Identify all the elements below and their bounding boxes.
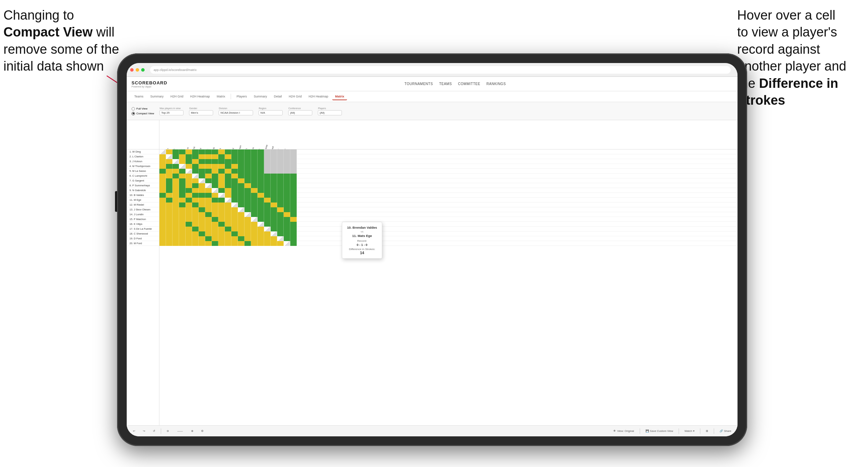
players-select[interactable]: (All) (318, 110, 342, 115)
matrix-cell[interactable] (192, 231, 199, 236)
matrix-cell[interactable] (258, 159, 264, 164)
matrix-cell[interactable] (277, 154, 284, 159)
matrix-cell[interactable] (271, 193, 277, 198)
matrix-cell[interactable] (172, 164, 179, 169)
matrix-cell[interactable] (212, 212, 218, 217)
matrix-cell[interactable] (199, 193, 205, 198)
matrix-cell[interactable] (264, 212, 271, 217)
matrix-cell[interactable] (238, 183, 244, 188)
sub-nav-summary2[interactable]: Summary (251, 93, 270, 100)
view-original-button[interactable]: 👁View: Original (611, 428, 636, 434)
matrix-cell[interactable] (251, 203, 258, 207)
zoom-in-button[interactable]: ⊕ (189, 428, 196, 434)
matrix-cell[interactable] (264, 203, 271, 207)
matrix-cell[interactable] (258, 231, 264, 236)
matrix-cell[interactable] (258, 217, 264, 222)
matrix-cell[interactable] (271, 198, 277, 203)
matrix-cell[interactable] (218, 227, 225, 231)
matrix-cell[interactable] (277, 178, 284, 183)
matrix-cell[interactable] (271, 159, 277, 164)
matrix-cell[interactable] (218, 203, 225, 207)
matrix-cell[interactable] (212, 164, 218, 169)
matrix-cell[interactable] (258, 169, 264, 174)
matrix-cell[interactable] (284, 178, 290, 183)
matrix-cell[interactable] (166, 231, 172, 236)
matrix-cell[interactable] (199, 203, 205, 207)
matrix-cell[interactable] (186, 212, 192, 217)
matrix-cell[interactable] (159, 174, 166, 178)
matrix-cell[interactable] (264, 227, 271, 231)
sub-nav-detail[interactable]: Detail (271, 93, 285, 100)
matrix-cell[interactable] (290, 169, 297, 174)
matrix-cell[interactable] (192, 207, 199, 212)
matrix-cell[interactable] (277, 207, 284, 212)
matrix-cell[interactable] (179, 227, 186, 231)
matrix-cell[interactable] (199, 222, 205, 227)
matrix-cell[interactable] (166, 241, 172, 246)
matrix-cell[interactable] (179, 231, 186, 236)
matrix-cell[interactable] (205, 227, 212, 231)
matrix-cell[interactable] (264, 207, 271, 212)
matrix-cell[interactable] (172, 207, 179, 212)
matrix-cell[interactable] (251, 207, 258, 212)
matrix-cell[interactable] (271, 149, 277, 154)
matrix-cell[interactable] (238, 227, 244, 231)
matrix-cell[interactable] (290, 178, 297, 183)
matrix-cell[interactable] (277, 241, 284, 246)
matrix-cell[interactable] (205, 174, 212, 178)
matrix-cell[interactable] (199, 227, 205, 231)
matrix-cell[interactable] (271, 227, 277, 231)
watch-button[interactable]: Watch ▾ (682, 428, 697, 434)
matrix-cell[interactable] (179, 154, 186, 159)
matrix-cell[interactable] (284, 169, 290, 174)
matrix-cell[interactable] (284, 198, 290, 203)
matrix-cell[interactable] (186, 154, 192, 159)
matrix-cell[interactable] (218, 236, 225, 241)
matrix-cell[interactable] (238, 212, 244, 217)
matrix-cell[interactable] (179, 236, 186, 241)
matrix-cell[interactable] (258, 193, 264, 198)
matrix-cell[interactable] (258, 178, 264, 183)
matrix-cell[interactable] (271, 222, 277, 227)
matrix-cell[interactable] (231, 207, 238, 212)
matrix-cell[interactable] (186, 217, 192, 222)
matrix-cell[interactable] (225, 149, 231, 154)
matrix-cell[interactable] (212, 227, 218, 231)
matrix-cell[interactable] (277, 236, 284, 241)
matrix-cell[interactable] (290, 217, 297, 222)
redo-button[interactable]: ↪ (141, 428, 147, 434)
matrix-cell[interactable] (199, 159, 205, 164)
matrix-cell[interactable] (238, 174, 244, 178)
matrix-cell[interactable] (258, 236, 264, 241)
matrix-cell[interactable] (231, 178, 238, 183)
matrix-cell[interactable] (277, 188, 284, 193)
matrix-cell[interactable] (172, 169, 179, 174)
matrix-cell[interactable] (205, 241, 212, 246)
matrix-cell[interactable] (199, 169, 205, 174)
full-view-option[interactable]: Full View (132, 107, 154, 111)
nav-committee[interactable]: COMMITTEE (458, 81, 480, 87)
matrix-cell[interactable] (199, 198, 205, 203)
matrix-cell[interactable] (212, 198, 218, 203)
matrix-cell[interactable] (284, 154, 290, 159)
matrix-cell[interactable] (244, 217, 251, 222)
matrix-cell[interactable] (212, 149, 218, 154)
matrix-cell[interactable] (251, 198, 258, 203)
matrix-cell[interactable] (231, 236, 238, 241)
matrix-cell[interactable] (205, 164, 212, 169)
matrix-cell[interactable] (199, 231, 205, 236)
matrix-cell[interactable] (192, 203, 199, 207)
conference-select[interactable]: (All) (288, 110, 312, 115)
matrix-cell[interactable] (231, 164, 238, 169)
matrix-cell[interactable] (166, 207, 172, 212)
matrix-cell[interactable] (231, 154, 238, 159)
sub-nav-h2h-heatmap2[interactable]: H2H Heatmap (306, 93, 331, 100)
matrix-cell[interactable] (212, 183, 218, 188)
matrix-cell[interactable] (172, 203, 179, 207)
share-button[interactable]: 🔗Share (718, 428, 733, 434)
matrix-cell[interactable] (271, 164, 277, 169)
matrix-cell[interactable] (212, 207, 218, 212)
matrix-cell[interactable] (172, 149, 179, 154)
undo-button[interactable]: ↩ (131, 428, 137, 434)
matrix-cell[interactable] (284, 188, 290, 193)
